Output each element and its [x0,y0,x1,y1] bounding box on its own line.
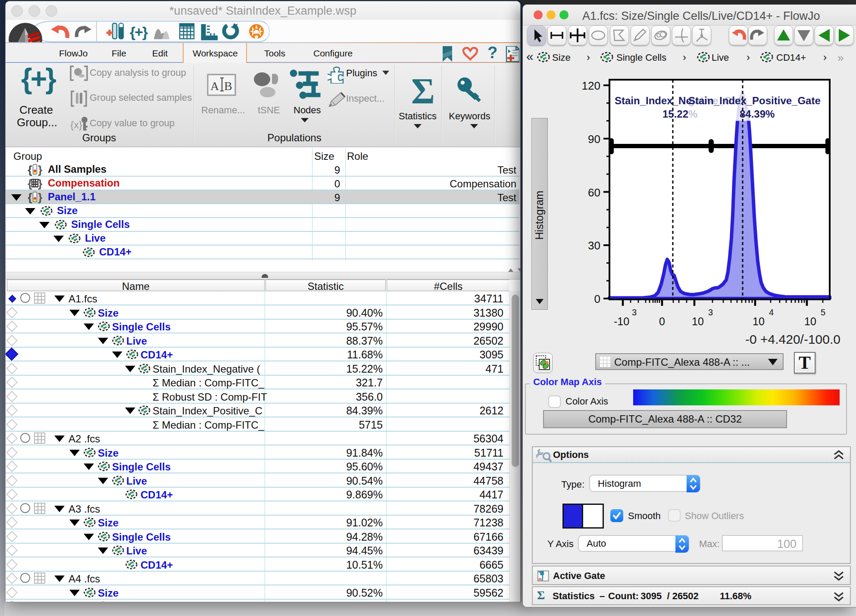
svg-text:?: ? [487,46,497,62]
svg-text:{+}: {+} [130,24,148,40]
svg-text:30: 30 [588,239,600,252]
svg-text:A: A [210,79,219,93]
svg-text:-10: -10 [614,315,629,327]
svg-text:Stain_Index_Positive_Gate: Stain_Index_Positive_Gate [688,95,821,106]
svg-text:Stain_Index_Ne: Stain_Index_Ne [615,95,692,106]
svg-text:3: 3 [632,308,637,317]
svg-text:0: 0 [594,292,600,305]
svg-text:84.39%: 84.39% [740,108,775,120]
svg-text:120: 120 [582,79,600,92]
svg-text:60: 60 [588,186,600,199]
svg-text:4: 4 [769,308,774,317]
svg-text:B: B [224,79,232,93]
svg-text:15.22%: 15.22% [662,108,697,120]
svg-text:10: 10 [804,315,816,327]
svg-text:10: 10 [692,315,704,327]
svg-text:10: 10 [753,315,765,327]
svg-text:3: 3 [708,308,713,317]
svg-text:5: 5 [821,308,825,317]
svg-text:0: 0 [659,315,665,327]
svg-text:{x}: {x} [70,119,82,131]
svg-text:90: 90 [588,133,600,146]
